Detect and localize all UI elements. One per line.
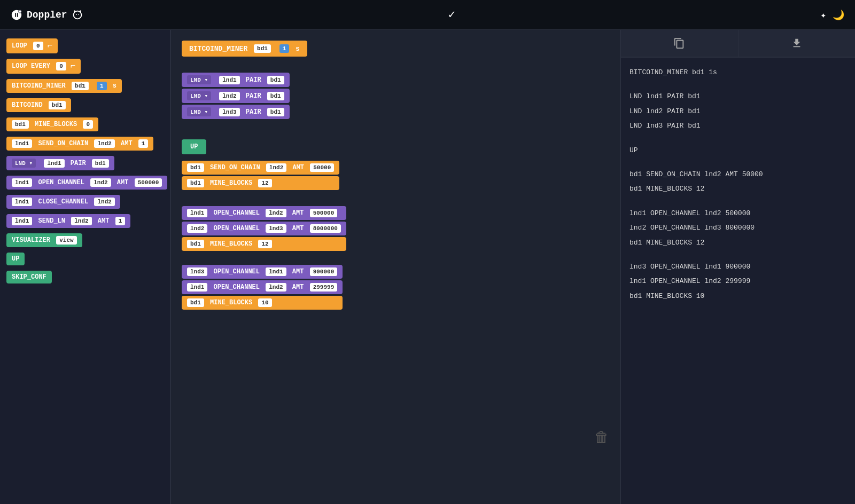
- code-line: bd1 SEND_ON_CHAIN lnd2 AMT 50000: [629, 168, 846, 180]
- list-item[interactable]: LND ▾ lnd1 PAIR bd1: [6, 156, 164, 170]
- loop-block[interactable]: LOOP 0 ⌐: [6, 38, 58, 53]
- mine-blocks-block[interactable]: bd1 MINE_BLOCKS 0: [6, 117, 98, 131]
- code-panel-toolbar: [621, 30, 855, 58]
- list-item[interactable]: LOOP 0 ⌐: [6, 38, 164, 53]
- code-line: BITCOIND_MINER bd1 1s: [629, 66, 846, 78]
- canvas-block-header[interactable]: BITCOIND_MINER bd1 1 s: [182, 41, 307, 57]
- app-header: Doppler ✓ ✦ 🌙: [0, 0, 855, 30]
- canvas-lnd-group: LND ▾ lnd1 PAIR bd1 LND ▾ lnd2 PAIR bd1 …: [182, 73, 290, 119]
- notification-icon[interactable]: ✦: [820, 9, 826, 21]
- code-line: UP: [629, 144, 846, 156]
- code-line: bd1 MINE_BLOCKS 10: [629, 290, 846, 302]
- list-item[interactable]: BITCOIND_MINER bd1 1 s: [6, 79, 164, 93]
- lnd-pair-block[interactable]: LND ▾ lnd1 PAIR bd1: [6, 156, 114, 170]
- download-button[interactable]: [739, 30, 856, 57]
- canvas-mine-blocks-1[interactable]: bd1 MINE_BLOCKS 12: [182, 176, 339, 190]
- code-panel: BITCOIND_MINER bd1 1s LND lnd1 PAIR bd1L…: [620, 30, 855, 504]
- up-block[interactable]: UP: [6, 253, 25, 265]
- code-line: LND lnd2 PAIR bd1: [629, 105, 846, 117]
- canvas-mine-blocks-3[interactable]: bd1 MINE_BLOCKS 10: [182, 296, 343, 310]
- main-layout: LOOP 0 ⌐ LOOP EVERY 0 ⌐ BITCOIND_MINER b…: [0, 30, 855, 504]
- canvas-mine-blocks-2[interactable]: bd1 MINE_BLOCKS 12: [182, 237, 346, 251]
- canvas-workspace: BITCOIND_MINER bd1 1 s LND ▾ lnd1 PAIR b…: [171, 30, 620, 457]
- app-logo: Doppler: [11, 9, 83, 21]
- download-icon: [791, 37, 803, 49]
- list-item[interactable]: LOOP EVERY 0 ⌐: [6, 59, 164, 74]
- doppler-logo-icon: [11, 9, 22, 21]
- canvas-send-on-chain-1[interactable]: bd1 SEND_ON_CHAIN lnd2 AMT 50000: [182, 161, 339, 175]
- header-right-icons: ✦ 🌙: [820, 9, 844, 21]
- canvas-send-mine-group: bd1 SEND_ON_CHAIN lnd2 AMT 50000 bd1 MIN…: [182, 161, 339, 190]
- canvas-open-channel-2[interactable]: lnd2 OPEN_CHANNEL lnd3 AMT 8000000: [182, 222, 346, 235]
- code-line: lnd2 OPEN_CHANNEL lnd3 8000000: [629, 222, 846, 234]
- canvas-open-channel-4[interactable]: lnd1 OPEN_CHANNEL lnd2 AMT 299999: [182, 280, 343, 294]
- canvas-open-channel-3[interactable]: lnd3 OPEN_CHANNEL lnd1 AMT 900000: [182, 265, 343, 279]
- list-item[interactable]: lnd1 CLOSE_CHANNEL lnd2: [6, 195, 164, 209]
- list-item[interactable]: SKIP_CONF: [6, 271, 164, 284]
- code-line: bd1 MINE_BLOCKS 12: [629, 183, 846, 195]
- trash-icon[interactable]: 🗑: [594, 428, 609, 446]
- theme-toggle-icon[interactable]: 🌙: [833, 9, 844, 21]
- close-channel-block[interactable]: lnd1 CLOSE_CHANNEL lnd2: [6, 195, 120, 209]
- list-item[interactable]: VISUALIZER view: [6, 233, 164, 247]
- canvas-up-block[interactable]: UP: [182, 139, 206, 154]
- code-line: lnd1 OPEN_CHANNEL lnd2 500000: [629, 207, 846, 219]
- code-line: bd1 MINE_BLOCKS 12: [629, 237, 846, 249]
- canvas-lnd3-block[interactable]: LND ▾ lnd3 PAIR bd1: [182, 105, 290, 119]
- copy-icon: [673, 37, 685, 49]
- send-ln-block[interactable]: lnd1 SEND_LN lnd2 AMT 1: [6, 214, 130, 228]
- list-item[interactable]: UP: [6, 253, 164, 265]
- loop-every-block[interactable]: LOOP EVERY 0 ⌐: [6, 59, 81, 74]
- code-line: lnd1 OPEN_CHANNEL lnd2 299999: [629, 275, 846, 287]
- list-item[interactable]: bd1 MINE_BLOCKS 0: [6, 117, 164, 131]
- canvas-lnd2-block[interactable]: LND ▾ lnd2 PAIR bd1: [182, 89, 290, 103]
- canvas-open-channel-group-1: lnd1 OPEN_CHANNEL lnd2 AMT 500000 lnd2 O…: [182, 206, 346, 251]
- header-checkmark: ✓: [448, 7, 455, 22]
- open-channel-block[interactable]: lnd1 OPEN_CHANNEL lnd2 AMT 500000: [6, 176, 167, 190]
- canvas-open-channel-group-2: lnd3 OPEN_CHANNEL lnd1 AMT 900000 lnd1 O…: [182, 265, 343, 310]
- bitcoind-miner-block[interactable]: BITCOIND_MINER bd1 1 s: [6, 79, 122, 93]
- blocks-palette: LOOP 0 ⌐ LOOP EVERY 0 ⌐ BITCOIND_MINER b…: [0, 30, 171, 504]
- copy-button[interactable]: [621, 30, 739, 57]
- code-line: LND lnd1 PAIR bd1: [629, 90, 846, 103]
- canvas-lnd1-block[interactable]: LND ▾ lnd1 PAIR bd1: [182, 73, 290, 87]
- send-on-chain-block[interactable]: lnd1 SEND_ON_CHAIN lnd2 AMT 1: [6, 137, 153, 151]
- list-item[interactable]: lnd1 SEND_LN lnd2 AMT 1: [6, 214, 164, 228]
- app-title: Doppler: [27, 10, 67, 20]
- svg-point-0: [19, 10, 21, 13]
- canvas-open-channel-1[interactable]: lnd1 OPEN_CHANNEL lnd2 AMT 500000: [182, 206, 346, 220]
- list-item[interactable]: lnd1 SEND_ON_CHAIN lnd2 AMT 1: [6, 137, 164, 151]
- cat-icon: [72, 9, 83, 21]
- code-output-panel: BITCOIND_MINER bd1 1s LND lnd1 PAIR bd1L…: [621, 58, 855, 504]
- list-item[interactable]: BITCOIND bd1: [6, 98, 164, 112]
- skip-conf-block[interactable]: SKIP_CONF: [6, 271, 52, 284]
- bitcoind-block[interactable]: BITCOIND bd1: [6, 98, 71, 112]
- visualizer-block[interactable]: VISUALIZER view: [6, 233, 82, 247]
- list-item[interactable]: lnd1 OPEN_CHANNEL lnd2 AMT 500000: [6, 176, 164, 190]
- code-line: lnd3 OPEN_CHANNEL lnd1 900000: [629, 261, 846, 273]
- blocks-canvas: BITCOIND_MINER bd1 1 s LND ▾ lnd1 PAIR b…: [171, 30, 620, 504]
- code-line: LND lnd3 PAIR bd1: [629, 120, 846, 132]
